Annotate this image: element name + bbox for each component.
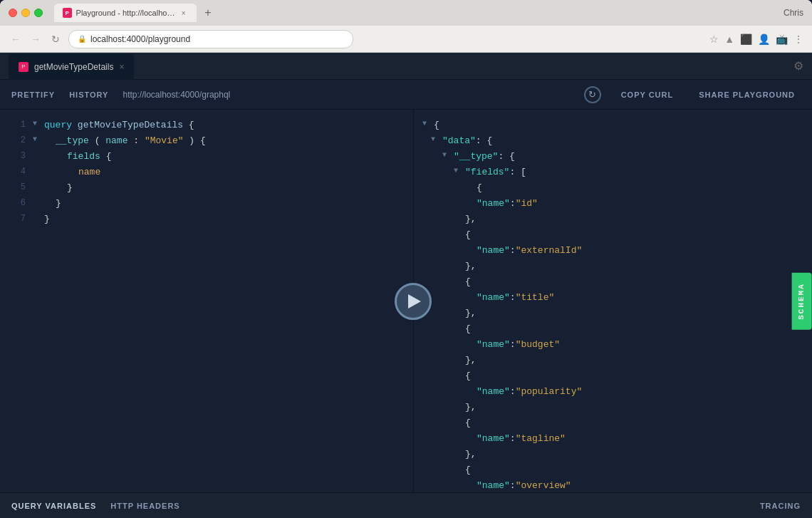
pop-close-bracket: },	[465, 400, 477, 415]
minimize-window-button[interactable]	[21, 9, 30, 17]
tab-bar: P Playground - http://localhost:4... × +	[54, 4, 778, 22]
colon-pop: :	[510, 385, 516, 400]
app-tab[interactable]: P getMovieTypeDetails ×	[9, 54, 134, 80]
json-line-data: ▼ "data" : {	[414, 134, 812, 150]
root-open: {	[434, 118, 439, 133]
menu-icon[interactable]: ⋮	[793, 33, 803, 45]
collapse-data[interactable]: ▼	[431, 134, 439, 145]
json-line-budget-open: {	[414, 322, 812, 338]
line-number-2: 2	[9, 134, 26, 147]
code-line-5: 5 ▼ }	[0, 181, 413, 197]
code-line-3: 3 ▼ fields {	[0, 150, 413, 165]
key-pop-name: "name"	[477, 385, 510, 400]
user-name: Chris	[784, 8, 803, 18]
back-button[interactable]: ←	[9, 32, 23, 46]
json-line-type: ▼ "__type" : {	[414, 150, 812, 165]
schema-side-tab-button[interactable]: SCHEMA	[792, 273, 812, 330]
refresh-browser-button[interactable]: ↻	[48, 32, 63, 46]
run-query-button[interactable]	[395, 283, 432, 320]
collapse-arrow-1[interactable]: ▼	[33, 118, 41, 130]
refresh-endpoint-button[interactable]: ↻	[584, 86, 601, 103]
google-drive-icon[interactable]: ▲	[724, 33, 734, 45]
query-editor[interactable]: 1 ▼ query getMovieTypeDetails { 2 ▼ __ty…	[0, 110, 413, 492]
json-line-id-name: "name" : "id"	[414, 197, 812, 212]
app-tab-name: getMovieTypeDetails	[34, 62, 113, 72]
val-pop: "popularity"	[516, 385, 583, 400]
new-tab-button[interactable]: +	[199, 4, 217, 21]
colon-data: : {	[476, 134, 492, 149]
tab-close-button[interactable]: ×	[179, 8, 188, 18]
bottom-bar: QUERY VARIABLES HTTP HEADERS TRACING	[0, 492, 812, 518]
code-text-4: name	[44, 165, 100, 180]
line-number-1: 1	[9, 118, 26, 132]
json-line-extid-name: "name" : "externalId"	[414, 244, 812, 259]
copy-curl-button[interactable]: COPY CURL	[615, 88, 680, 102]
json-line-extid-open: {	[414, 228, 812, 244]
tracing-button[interactable]: TRACING	[760, 502, 801, 510]
key-extid-name: "name"	[477, 244, 510, 259]
code-line-6: 6 ▼ }	[0, 197, 413, 212]
tag-open-bracket: {	[465, 416, 471, 431]
code-text-1: query getMovieTypeDetails {	[44, 118, 194, 133]
json-line-title-close: },	[414, 306, 812, 322]
app-tab-close-button[interactable]: ×	[119, 62, 124, 72]
json-line-tag-close: },	[414, 447, 812, 463]
line-number-3: 3	[9, 150, 26, 163]
account-icon[interactable]: 👤	[758, 33, 770, 45]
app-tab-icon: P	[19, 62, 28, 72]
code-text-6: }	[44, 197, 61, 212]
json-line-fields: ▼ "fields" : [	[414, 165, 812, 181]
json-line-pop-open: {	[414, 369, 812, 385]
json-line-ov-open: {	[414, 463, 812, 479]
browser-chrome: P Playground - http://localhost:4... × +…	[0, 0, 812, 53]
star-icon[interactable]: ☆	[709, 33, 719, 45]
query-variables-tab[interactable]: QUERY VARIABLES	[11, 502, 96, 510]
toolbar: PRETTIFY HISTORY http://localhost:4000/g…	[0, 80, 812, 110]
key-type: "__type"	[454, 150, 498, 165]
cast-icon[interactable]: 📺	[776, 33, 788, 45]
line-number-4: 4	[9, 165, 26, 179]
colon-id: :	[510, 197, 516, 212]
editor-area: 1 ▼ query getMovieTypeDetails { 2 ▼ __ty…	[0, 110, 812, 492]
extensions-icon[interactable]: ⬛	[740, 33, 752, 45]
share-playground-button[interactable]: SHARE PLAYGROUND	[693, 88, 801, 102]
http-headers-tab[interactable]: HTTP HEADERS	[110, 502, 179, 510]
history-button[interactable]: HISTORY	[69, 88, 108, 102]
maximize-window-button[interactable]	[34, 9, 43, 17]
val-ov: "overview"	[516, 479, 571, 492]
title-bar: P Playground - http://localhost:4... × +…	[0, 0, 812, 26]
val-id: "id"	[516, 197, 538, 212]
extid-open-bracket: {	[465, 228, 471, 243]
code-text-3: fields {	[44, 150, 111, 165]
key-id-name: "name"	[477, 197, 510, 212]
close-window-button[interactable]	[9, 9, 17, 17]
json-line-root: ▼ {	[414, 118, 812, 134]
extid-close-bracket: },	[465, 259, 477, 274]
code-text-2: __type ( name : "Movie" ) {	[44, 134, 206, 149]
json-line-pop-name: "name" : "popularity"	[414, 385, 812, 400]
forward-button[interactable]: →	[28, 32, 43, 46]
json-line-budget-name: "name" : "budget"	[414, 338, 812, 353]
collapse-type[interactable]: ▼	[442, 150, 451, 161]
pop-open-bracket: {	[465, 369, 471, 384]
key-fields: "fields"	[465, 165, 509, 180]
collapse-fields[interactable]: ▼	[454, 165, 462, 177]
address-bar: ← → ↻ 🔒 localhost:4000/playground ☆ ▲ ⬛ …	[0, 26, 812, 53]
code-line-1: 1 ▼ query getMovieTypeDetails {	[0, 118, 413, 134]
id-open-bracket: {	[477, 181, 482, 196]
colon-fields: : [	[509, 165, 526, 180]
collapse-arrow-2[interactable]: ▼	[33, 134, 41, 145]
play-icon	[408, 294, 421, 309]
browser-tab[interactable]: P Playground - http://localhost:4... ×	[54, 4, 197, 22]
collapse-root[interactable]: ▼	[422, 118, 431, 130]
json-line-tag-name: "name" : "tagline"	[414, 432, 812, 447]
budget-close-bracket: },	[465, 353, 477, 368]
settings-gear-icon[interactable]: ⚙	[793, 59, 803, 73]
address-input[interactable]: 🔒 localhost:4000/playground	[68, 30, 353, 48]
id-close-bracket: },	[465, 212, 477, 227]
line-number-5: 5	[9, 181, 26, 195]
val-extid: "externalId"	[516, 244, 583, 259]
app-container: P getMovieTypeDetails × ⚙ PRETTIFY HISTO…	[0, 53, 812, 518]
endpoint-url[interactable]: http://localhost:4000/graphql	[123, 90, 230, 100]
prettify-button[interactable]: PRETTIFY	[11, 88, 55, 102]
